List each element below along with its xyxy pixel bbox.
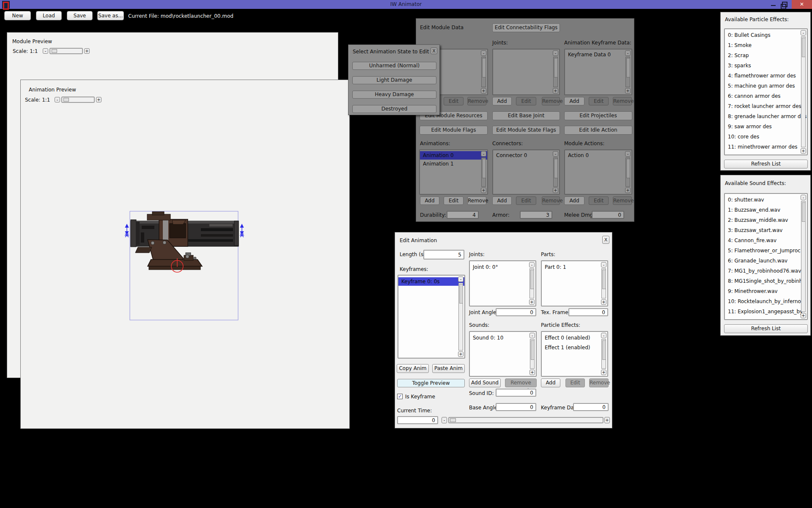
joints-add-button[interactable]: Add <box>492 97 512 105</box>
scroll-down-button[interactable]: + <box>481 188 486 193</box>
list-item[interactable]: 0: shutter.wav <box>725 195 807 205</box>
module-actions-list[interactable]: Action 0 -+ <box>564 149 632 195</box>
list-item[interactable]: 10: core des <box>725 132 807 142</box>
scrollbar-thumb[interactable] <box>530 270 534 289</box>
list-item[interactable]: 1: Buzzsaw_end.wav <box>725 205 807 215</box>
list-item[interactable]: 4: flamethrower armor des <box>725 71 807 81</box>
close-button[interactable]: ✕ <box>792 0 812 9</box>
minimize-button[interactable] <box>770 0 778 9</box>
add-sound-button[interactable]: Add Sound <box>469 378 501 387</box>
animations-list[interactable]: Animation 0 Animation 1 -+ <box>419 149 488 195</box>
edit-module-state-flags-button[interactable]: Edit Module State Flags <box>492 126 560 135</box>
list-item[interactable]: 3: Buzzsaw_start.wav <box>725 225 807 235</box>
joint-angle-field[interactable]: 0 <box>496 308 536 316</box>
state-dialog-close-button[interactable]: X <box>431 47 437 54</box>
scrollbar-thumb[interactable] <box>802 38 806 57</box>
animation-scale-minus-button[interactable]: - <box>55 97 60 102</box>
scrollbar-thumb[interactable] <box>802 202 806 222</box>
list-item[interactable]: 4: Cannon_fire.wav <box>725 235 807 246</box>
scrollbar[interactable] <box>481 57 486 87</box>
list-item[interactable]: 1: Smoke <box>725 40 807 50</box>
actions-edit-button[interactable]: Edit <box>589 196 609 205</box>
scrollbar-thumb[interactable] <box>626 159 630 178</box>
module-scale-minus-button[interactable]: - <box>43 48 48 54</box>
scroll-up-button[interactable]: - <box>529 333 535 338</box>
scrollbar[interactable] <box>601 268 606 298</box>
scroll-down-button[interactable]: + <box>481 88 486 94</box>
length-field[interactable]: 5 <box>423 250 464 260</box>
akd-edit-button[interactable]: Edit <box>589 97 609 105</box>
state-heavy-damage-button[interactable]: Heavy Damage <box>352 91 436 99</box>
akd-add-button[interactable]: Add <box>564 97 584 105</box>
time-slider-plus-button[interactable]: + <box>604 417 610 423</box>
list-item[interactable]: Effect 1 (enabled) <box>542 343 607 352</box>
connectors-edit-button[interactable]: Edit <box>516 196 536 205</box>
list-item[interactable]: 7: MG1_by_robinhood76.wav <box>725 266 807 276</box>
scroll-up-button[interactable]: - <box>481 151 486 157</box>
toggle-preview-button[interactable]: Toggle Preview <box>397 379 465 387</box>
scroll-down-button[interactable]: + <box>625 188 631 193</box>
state-unharmed-button[interactable]: Unharmed (Normal) <box>352 62 436 70</box>
particle-refresh-button[interactable]: Refresh List <box>724 160 808 168</box>
scrollbar-thumb[interactable] <box>459 284 463 304</box>
scrollbar-thumb[interactable] <box>531 340 535 360</box>
scrollbar-thumb[interactable] <box>482 58 486 77</box>
scrollbar[interactable] <box>601 339 606 369</box>
list-item[interactable]: Animation 1 <box>420 160 487 168</box>
module-joints-list[interactable]: -+ <box>492 49 560 95</box>
melee-dmg-field[interactable]: 0 <box>592 211 624 219</box>
scroll-down-button[interactable]: + <box>458 351 464 357</box>
particle-effects-list[interactable]: 0: Bullet Casings 1: Smoke 2: Scrap 3: s… <box>724 28 808 155</box>
animation-scale-slider[interactable] <box>61 97 95 103</box>
sound-effects-list[interactable]: 0: shutter.wav 1: Buzzsaw_end.wav 2: Buz… <box>724 193 808 320</box>
state-destroyed-button[interactable]: Destroyed <box>352 105 436 113</box>
list-item[interactable]: 5: Flamethrower_or_Jumproc <box>725 246 807 256</box>
scrollbar[interactable] <box>625 57 630 87</box>
joints-edit-button[interactable]: Edit <box>516 97 536 105</box>
scroll-up-button[interactable]: - <box>801 195 806 200</box>
scroll-down-button[interactable]: + <box>529 370 535 375</box>
scroll-up-button[interactable]: - <box>553 50 558 56</box>
scroll-up-button[interactable]: - <box>601 262 606 268</box>
list-item[interactable]: Keyframe Data 0 <box>565 50 631 59</box>
list-item[interactable]: 8: grenade launcher armor des <box>725 111 807 121</box>
scrollbar-thumb[interactable] <box>554 58 558 77</box>
list-item[interactable]: 6: cannon armor des <box>725 91 807 101</box>
list-item[interactable]: Keyframe 0: 0s <box>398 277 464 286</box>
list-item[interactable]: 3: sparks <box>725 61 807 71</box>
animation-scale-slider-handle[interactable] <box>63 98 69 102</box>
akd-list[interactable]: Keyframe Data 0 -+ <box>564 49 632 95</box>
list-item[interactable]: Part 0: 1 <box>542 263 607 271</box>
effect-add-button[interactable]: Add <box>541 378 560 387</box>
list-item[interactable]: 5: machine gun armor des <box>725 81 807 91</box>
scroll-down-button[interactable]: + <box>801 313 806 318</box>
time-slider[interactable] <box>448 417 604 423</box>
edit-projectiles-button[interactable]: Edit Projectiles <box>564 111 632 120</box>
scrollbar-thumb[interactable] <box>602 270 606 289</box>
akd-remove-button[interactable]: Remove <box>613 97 632 105</box>
module-scale-plus-button[interactable]: + <box>84 48 90 54</box>
list-item[interactable]: 2: Scrap <box>725 50 807 61</box>
scroll-down-button[interactable]: + <box>553 188 558 193</box>
scroll-up-button[interactable]: - <box>625 50 631 56</box>
new-button[interactable]: New <box>4 11 31 20</box>
scrollbar[interactable] <box>625 157 630 187</box>
scroll-up-button[interactable]: - <box>458 276 464 282</box>
scrollbar[interactable] <box>481 157 486 187</box>
scrollbar[interactable] <box>530 339 535 369</box>
load-button[interactable]: Load <box>36 11 62 20</box>
actions-add-button[interactable]: Add <box>564 196 584 205</box>
copy-anim-button[interactable]: Copy Anim <box>397 364 429 373</box>
anim-sounds-list[interactable]: Sound 0: 10 -+ <box>469 331 537 377</box>
module-scale-slider-handle[interactable] <box>52 49 57 53</box>
scrollbar[interactable] <box>801 36 806 147</box>
save-button[interactable]: Save <box>67 11 93 20</box>
parts-edit-button[interactable]: Edit <box>444 97 464 105</box>
scroll-down-button[interactable]: + <box>625 88 631 94</box>
list-item[interactable]: Animation 0 <box>420 151 487 160</box>
anim-joints-list[interactable]: Joint 0: 0° -+ <box>469 260 536 306</box>
scrollbar[interactable] <box>529 268 534 298</box>
list-item[interactable]: 2: Buzzsaw_middle.wav <box>725 215 807 225</box>
scrollbar[interactable] <box>553 157 558 187</box>
scroll-up-button[interactable]: - <box>625 151 631 157</box>
